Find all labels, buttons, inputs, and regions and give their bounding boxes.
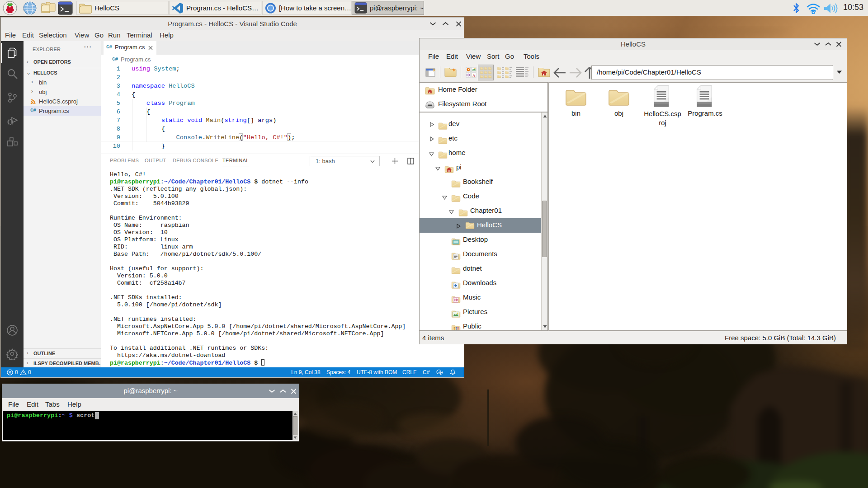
svg-text:A: A [472,73,476,78]
